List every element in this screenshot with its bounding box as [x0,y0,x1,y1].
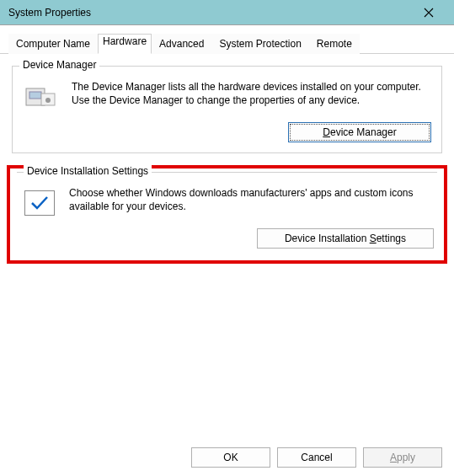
groupbox-title: Device Manager [19,59,99,71]
groupbox-title: Device Installation Settings [24,165,152,177]
tab-content: Device Manager The Device Manager lists … [0,54,454,264]
tab-hardware[interactable]: Hardware [98,34,152,54]
tab-advanced[interactable]: Advanced [152,34,211,54]
dialog-footer: OK Cancel Apply [191,447,442,468]
tab-remote[interactable]: Remote [309,34,360,54]
checkmark-icon [24,190,55,216]
apply-button[interactable]: Apply [363,447,442,468]
window-title: System Properties [8,7,410,19]
tab-system-protection[interactable]: System Protection [211,34,308,54]
svg-point-3 [45,98,51,103]
close-icon [424,8,434,18]
device-install-desc: Choose whether Windows downloads manufac… [69,186,434,213]
tab-computer-name[interactable]: Computer Name [8,34,98,54]
cancel-button[interactable]: Cancel [277,447,356,468]
device-manager-desc: The Device Manager lists all the hardwar… [72,80,431,107]
groupbox-device-install: Device Installation Settings Choose whet… [17,172,437,257]
groupbox-device-manager: Device Manager The Device Manager lists … [12,66,442,153]
tab-strip: Computer Name Hardware Advanced System P… [0,25,454,54]
device-install-settings-button[interactable]: Device Installation Settings [257,228,434,249]
svg-rect-1 [29,92,41,99]
titlebar: System Properties [0,0,454,25]
device-install-icon [20,186,59,220]
close-button[interactable] [410,0,447,25]
ok-button[interactable]: OK [191,447,270,468]
device-manager-button[interactable]: Device Manager [288,122,431,142]
highlight-device-install: Device Installation Settings Choose whet… [7,165,447,264]
device-manager-icon [23,80,61,114]
